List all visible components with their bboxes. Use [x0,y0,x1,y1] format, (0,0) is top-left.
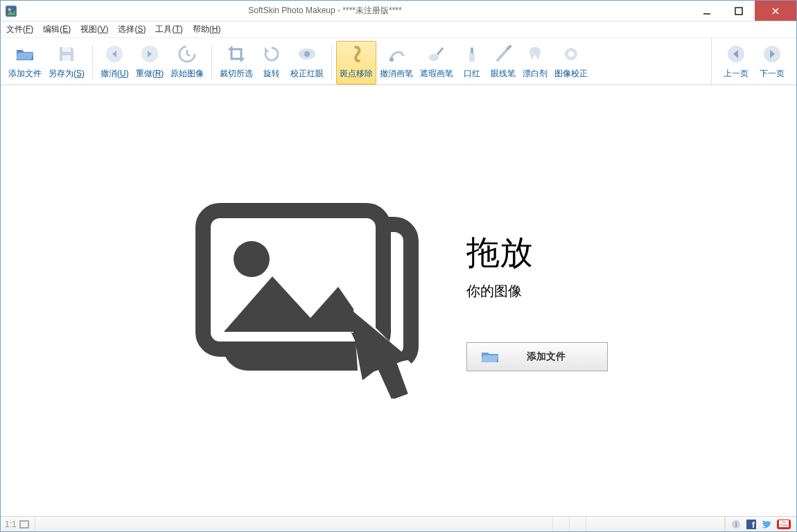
status-slot-1 [553,517,570,531]
undo-icon [105,44,124,64]
svg-point-10 [304,51,310,57]
main-canvas: 拖放 你的图像 添加文件 [1,85,796,516]
folder-icon [481,350,499,364]
svg-point-1 [8,8,12,11]
tool-original-image[interactable]: 原始图像 [167,41,207,85]
toolbar-separator [92,45,93,80]
concealer-icon [427,44,446,64]
status-slot-2 [570,517,586,531]
app-icon [5,5,17,17]
svg-text:i: i [735,521,737,529]
tool-concealer-brush[interactable]: 遮瑕画笔 [417,41,457,85]
redeye-icon [297,44,317,64]
tool-save-as[interactable]: 另存为(S) [45,41,88,85]
menu-select[interactable]: 选择(S) [118,24,146,35]
youtube-icon[interactable]: TubeYou [777,520,791,529]
drop-text: 拖放 你的图像 添加文件 [466,231,608,371]
rotate-icon [262,44,281,64]
statusbar: 1:1 i f TubeYou [1,516,796,531]
svg-text:Tube: Tube [780,523,787,527]
svg-text:You: You [782,520,787,523]
tool-spot-remove[interactable]: 斑点移除 [336,41,376,85]
svg-rect-5 [62,55,71,61]
svg-point-15 [568,51,574,57]
svg-point-12 [429,54,439,61]
fit-screen-icon [19,520,29,529]
info-icon[interactable]: i [731,520,741,529]
drop-heading: 拖放 [466,231,608,275]
menu-view[interactable]: 视图(V) [80,24,108,35]
close-button[interactable] [755,1,796,21]
facebook-icon[interactable]: f [746,520,756,529]
svg-rect-4 [62,47,71,52]
window-controls [691,1,796,21]
toolbar-separator [211,45,212,80]
tool-eyeliner[interactable]: 眼线笔 [487,41,519,85]
tool-add-files[interactable]: 添加文件 [5,41,45,85]
nav-group: 上一页 下一页 [711,38,796,85]
drop-area[interactable]: 拖放 你的图像 添加文件 [189,197,608,405]
toolbar-separator [331,45,332,80]
tool-image-correction[interactable]: 图像校正 [551,41,591,85]
tool-undo[interactable]: 撤消(U) [97,41,132,85]
menubar: 文件(F) 编辑(E) 视图(V) 选择(S) 工具(T) 帮助(H) [1,21,796,38]
svg-rect-13 [469,53,475,62]
drop-illustration-icon [189,197,425,405]
tool-crop[interactable]: 裁切所选 [216,41,256,85]
tool-undo-brush[interactable]: 撤消画笔 [376,41,417,85]
spot-remove-icon [347,44,366,64]
save-icon [57,44,76,64]
menu-tools[interactable]: 工具(T) [155,24,182,35]
svg-rect-2 [703,13,710,15]
app-window: SoftSkin Photo Makeup - ****未注册版**** 文件(… [0,0,797,532]
undo-brush-icon [387,44,406,64]
svg-rect-11 [389,57,394,62]
toolbar: 添加文件 另存为(S) 撤消(U) 重做(R) [1,38,796,85]
maximize-button[interactable] [723,1,755,21]
tool-rotate[interactable]: 旋转 [256,41,287,85]
svg-rect-21 [20,521,28,528]
tool-redo[interactable]: 重做(R) [132,41,168,85]
gear-icon [561,44,581,64]
redo-icon [140,44,159,64]
history-icon [177,44,197,64]
tool-bleach[interactable]: 漂白剂 [519,41,551,85]
drop-subheading: 你的图像 [466,282,608,301]
status-slot-wide [586,517,725,531]
menu-file[interactable]: 文件(F) [6,24,33,35]
menu-edit[interactable]: 编辑(E) [43,24,71,35]
window-title: SoftSkin Photo Makeup - ****未注册版**** [21,5,691,17]
folder-open-icon [15,44,35,64]
menu-help[interactable]: 帮助(H) [193,24,221,35]
nav-prev[interactable]: 上一页 [720,41,752,85]
tool-redeye[interactable]: 校正红眼 [287,41,327,85]
lipstick-icon [462,44,482,64]
svg-rect-3 [735,8,742,15]
status-zoom[interactable]: 1:1 [1,517,35,531]
svg-point-20 [234,241,270,277]
eyeliner-icon [493,44,513,64]
tool-lipstick[interactable]: 口红 [457,41,487,85]
nav-next[interactable]: 下一页 [756,41,788,85]
minimize-button[interactable] [691,1,723,21]
crop-icon [227,44,246,64]
tooth-icon [525,44,545,64]
add-files-button[interactable]: 添加文件 [466,342,608,371]
twitter-icon[interactable] [762,520,771,529]
prev-icon [726,44,746,64]
titlebar: SoftSkin Photo Makeup - ****未注册版**** [1,1,796,21]
next-icon [762,44,782,64]
